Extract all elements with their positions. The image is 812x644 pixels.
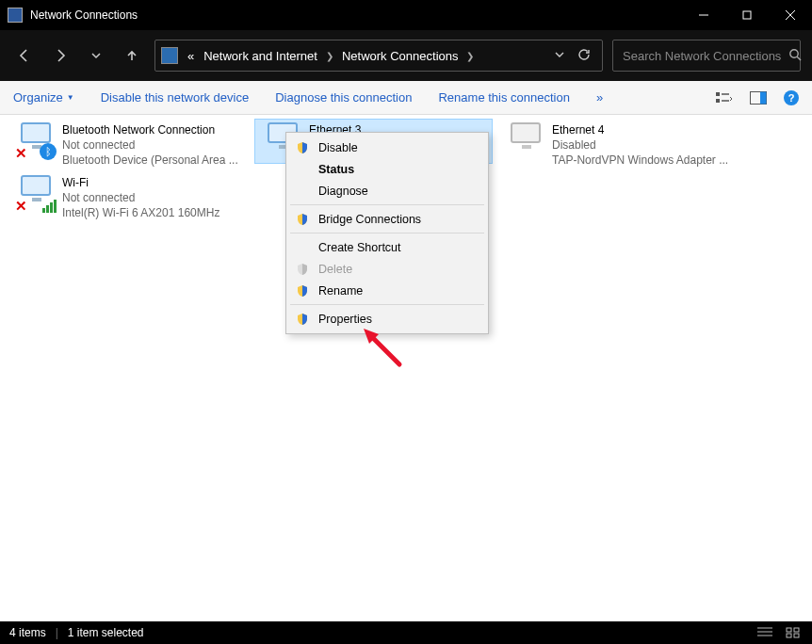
connection-status: Not connected (62, 190, 219, 205)
svg-rect-18 (794, 628, 799, 632)
large-icons-view-button[interactable] (784, 625, 803, 640)
diagnose-connection-button[interactable]: Diagnose this connection (275, 90, 412, 105)
maximize-button[interactable] (725, 0, 769, 30)
network-adapter-icon: ✕ ᛒ (15, 122, 57, 160)
disconnected-x-icon: ✕ (15, 198, 30, 213)
ctx-label: Delete (318, 263, 352, 276)
up-button[interactable] (119, 42, 145, 69)
network-adapter-icon: ✕ (15, 175, 57, 213)
chevron-right-icon[interactable]: ❯ (323, 51, 336, 61)
status-item-count: 4 items (9, 626, 46, 639)
organize-label: Organize (13, 90, 63, 105)
command-bar: Organize ▼ Disable this network device D… (0, 81, 812, 115)
disable-device-button[interactable]: Disable this network device (101, 90, 250, 105)
breadcrumb-network-and-internet[interactable]: Network and Internet (200, 49, 321, 63)
forward-button[interactable] (47, 42, 73, 69)
ctx-label: Rename (318, 284, 363, 298)
svg-rect-11 (760, 91, 767, 104)
search-icon[interactable] (788, 48, 802, 64)
connection-wifi[interactable]: ✕ Wi-Fi Not connected Intel(R) Wi-Fi 6 A… (8, 171, 246, 224)
context-menu: Disable Status Diagnose Bridge Connectio… (285, 132, 489, 334)
connection-name: Wi-Fi (62, 175, 219, 190)
search-box[interactable] (612, 40, 801, 72)
help-button[interactable]: ? (784, 90, 799, 105)
ctx-bridge[interactable]: Bridge Connections (288, 208, 486, 230)
shield-icon (296, 213, 309, 226)
svg-rect-20 (794, 634, 799, 637)
ctx-create-shortcut[interactable]: Create Shortcut (288, 236, 486, 258)
close-button[interactable] (769, 0, 812, 30)
shield-icon (296, 263, 309, 276)
connection-device: TAP-NordVPN Windows Adapter ... (552, 153, 728, 168)
svg-rect-19 (787, 634, 791, 637)
ctx-disable[interactable]: Disable (288, 137, 486, 158)
ctx-label: Bridge Connections (318, 213, 421, 226)
bluetooth-icon: ᛒ (40, 143, 57, 160)
ctx-label: Disable (318, 141, 358, 154)
connection-bluetooth[interactable]: ✕ ᛒ Bluetooth Network Connection Not con… (8, 119, 246, 171)
status-separator: | (56, 626, 58, 639)
signal-bars-icon (42, 200, 57, 213)
svg-rect-1 (743, 11, 751, 19)
ctx-diagnose[interactable]: Diagnose (288, 180, 486, 201)
connection-status: Disabled (552, 137, 728, 153)
breadcrumb-prefix[interactable]: « (184, 49, 198, 63)
connection-status: Not connected (62, 137, 238, 153)
navigation-row: « Network and Internet ❯ Network Connect… (0, 30, 812, 81)
address-dropdown-icon[interactable] (555, 49, 564, 62)
back-button[interactable] (11, 42, 38, 69)
location-icon (161, 47, 178, 64)
ctx-status[interactable]: Status (288, 158, 486, 180)
shield-icon (296, 313, 309, 326)
connection-name: Ethernet 4 (552, 122, 728, 137)
breadcrumb-network-connections[interactable]: Network Connections (338, 49, 463, 63)
window-title: Network Connections (30, 8, 682, 22)
shield-icon (296, 141, 309, 154)
svg-rect-7 (716, 99, 720, 103)
connection-device: Intel(R) Wi-Fi 6 AX201 160MHz (62, 205, 219, 220)
ctx-label: Create Shortcut (318, 241, 401, 254)
refresh-button[interactable] (577, 48, 591, 64)
organize-menu[interactable]: Organize ▼ (13, 90, 74, 105)
svg-point-4 (790, 49, 798, 56)
connection-device: Bluetooth Device (Personal Area ... (62, 153, 238, 168)
titlebar: Network Connections (0, 0, 812, 30)
shield-icon (296, 284, 309, 298)
content-area: ✕ ᛒ Bluetooth Network Connection Not con… (0, 115, 812, 621)
chevron-right-icon[interactable]: ❯ (463, 51, 477, 61)
minimize-button[interactable] (682, 0, 725, 30)
svg-line-5 (797, 56, 801, 60)
disconnected-x-icon: ✕ (15, 145, 30, 160)
svg-rect-17 (787, 628, 791, 632)
recent-locations-button[interactable] (83, 42, 109, 69)
ctx-rename[interactable]: Rename (288, 280, 486, 301)
breadcrumb: « Network and Internet ❯ Network Connect… (184, 49, 549, 63)
connection-ethernet4[interactable]: Ethernet 4 Disabled TAP-NordVPN Windows … (497, 119, 736, 171)
network-adapter-icon (505, 122, 546, 160)
svg-rect-6 (716, 92, 720, 96)
ctx-label: Diagnose (318, 185, 368, 198)
connection-name: Bluetooth Network Connection (62, 122, 238, 137)
app-icon (8, 8, 23, 23)
search-input[interactable] (623, 49, 781, 63)
view-options-button[interactable] (716, 89, 733, 106)
details-view-button[interactable] (755, 625, 774, 640)
ctx-label: Status (318, 163, 354, 176)
more-commands-button[interactable]: » (596, 90, 603, 105)
address-bar[interactable]: « Network and Internet ❯ Network Connect… (154, 40, 603, 72)
status-selected-count: 1 item selected (68, 626, 144, 639)
ctx-delete: Delete (288, 258, 486, 280)
svg-line-12 (371, 336, 399, 364)
annotation-arrow (362, 327, 403, 371)
chevron-down-icon: ▼ (67, 93, 74, 102)
rename-connection-button[interactable]: Rename this connection (438, 90, 569, 105)
ctx-label: Properties (318, 313, 372, 326)
preview-pane-button[interactable] (750, 89, 767, 106)
status-bar: 4 items | 1 item selected (0, 621, 812, 644)
